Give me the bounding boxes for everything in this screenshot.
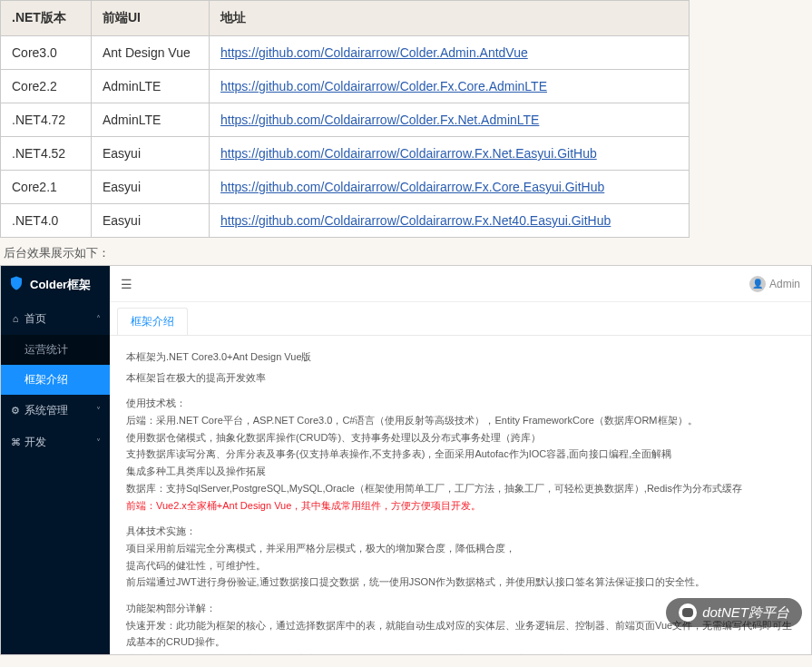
sidebar-item-home[interactable]: ⌂首页 ˄: [1, 303, 110, 335]
sidebar-item-label: 系统管理: [24, 404, 68, 417]
tabbar: 框架介绍: [110, 302, 811, 336]
doc-line-highlight: 前端：Vue2.x全家桶+Ant Design Vue，其中集成常用组件，方便方…: [126, 497, 795, 515]
brand[interactable]: Colder框架: [1, 266, 110, 303]
cell-version: .NET4.0: [1, 204, 92, 238]
repo-link[interactable]: https://github.com/Coldairarrow/Coldaira…: [220, 180, 604, 194]
caption-below-table: 后台效果展示如下：: [4, 245, 812, 261]
sidebar-item-label: 开发: [24, 436, 46, 448]
sidebar-item-system[interactable]: ⚙系统管理 ˅: [1, 395, 110, 427]
brand-text: Colder框架: [30, 277, 91, 293]
repo-link[interactable]: https://github.com/Coldairarrow/Colder.F…: [220, 79, 547, 93]
table-row: Core2.2AdminLTEhttps://github.com/Coldai…: [1, 70, 690, 103]
cell-ui: Easyui: [92, 137, 210, 171]
table-header-row: .NET版本 前端UI 地址: [1, 1, 690, 36]
cell-version: Core2.1: [1, 171, 92, 204]
cell-ui: Easyui: [92, 171, 210, 204]
sidebar-sub-stats[interactable]: 运营统计: [1, 335, 110, 365]
tab-intro[interactable]: 框架介绍: [117, 308, 188, 335]
cell-version: .NET4.72: [1, 103, 92, 137]
chevron-down-icon: ˅: [96, 406, 101, 416]
cell-ui: Easyui: [92, 204, 210, 238]
menu-collapse-icon[interactable]: ☰: [121, 277, 132, 291]
table-row: .NET4.52Easyuihttps://github.com/Coldair…: [1, 137, 690, 171]
repo-link[interactable]: https://github.com/Coldairarrow/Colder.F…: [220, 113, 539, 127]
home-icon: ⌂: [10, 313, 21, 324]
framework-table: .NET版本 前端UI 地址 Core3.0Ant Design Vuehttp…: [0, 0, 690, 238]
doc-heading: 使用技术栈：: [126, 395, 795, 412]
code-icon: ⌘: [10, 436, 21, 448]
wechat-icon: [679, 603, 697, 622]
main-area: ☰ 👤 Admin 框架介绍 本框架为.NET Core3.0+Ant Desi…: [110, 266, 811, 654]
watermark-text: dotNET跨平台: [702, 604, 789, 622]
doc-line: 使用数据仓储模式，抽象化数据库操作(CRUD等)、支持事务处理以及分布式事务处理…: [126, 429, 795, 446]
cell-url: https://github.com/Coldairarrow/Colder.F…: [210, 70, 690, 103]
cell-ui: AdminLTE: [92, 70, 210, 103]
cell-ui: Ant Design Vue: [92, 36, 210, 70]
doc-line: 接口密钥管理：管理接口的密钥，若开启接口签名的规则，则前端需要通过接口签名才能访…: [126, 651, 795, 654]
cell-url: https://github.com/Coldairarrow/Coldaira…: [210, 171, 690, 204]
repo-link[interactable]: https://github.com/Coldairarrow/Colder.A…: [220, 45, 528, 60]
sidebar-item-label: 首页: [24, 312, 46, 325]
topbar: ☰ 👤 Admin: [110, 266, 811, 302]
cell-url: https://github.com/Coldairarrow/Colder.F…: [210, 103, 690, 137]
watermark: dotNET跨平台: [666, 598, 802, 627]
table-row: .NET4.72AdminLTEhttps://github.com/Colda…: [1, 103, 690, 137]
gear-icon: ⚙: [10, 405, 21, 417]
doc-line: 本框架旨在极大的提高开发效率: [126, 369, 795, 387]
cell-url: https://github.com/Coldairarrow/Coldaira…: [210, 137, 690, 171]
doc-line: 项目采用前后端完全分离模式，并采用严格分层模式，极大的增加聚合度，降低耦合度，: [126, 540, 795, 557]
table-row: Core3.0Ant Design Vuehttps://github.com/…: [1, 36, 690, 70]
doc-line: 支持数据库读写分离、分库分表及事务(仅支持单表操作,不支持多表)，全面采用Aut…: [126, 446, 795, 463]
th-url: 地址: [210, 1, 690, 36]
doc-line: 后端：采用.NET Core平台，ASP.NET Core3.0，C#语言（使用…: [126, 412, 795, 429]
doc-line: 数据库：支持SqlServer,PostgreSQL,MySQL,Oracle（…: [126, 480, 795, 497]
table-row: .NET4.0Easyuihttps://github.com/Coldaira…: [1, 204, 690, 238]
cell-ui: AdminLTE: [92, 103, 210, 137]
table-row: Core2.1Easyuihttps://github.com/Coldaira…: [1, 171, 690, 204]
user-chip[interactable]: 👤 Admin: [749, 276, 800, 292]
repo-link[interactable]: https://github.com/Coldairarrow/Coldaira…: [220, 213, 611, 228]
doc-heading: 具体技术实施：: [126, 523, 795, 540]
doc-line: 本框架为.NET Core3.0+Ant Design Vue版: [126, 348, 795, 366]
cell-version: Core2.2: [1, 70, 92, 103]
shield-icon: [8, 275, 24, 294]
repo-link[interactable]: https://github.com/Coldairarrow/Coldaira…: [220, 146, 597, 161]
cell-version: Core3.0: [1, 36, 92, 70]
doc-line: 前后端通过JWT进行身份验证,通过数据接口提交数据，统一使用JSON作为数据格式…: [126, 574, 795, 591]
chevron-down-icon: ˅: [96, 437, 101, 447]
cell-version: .NET4.52: [1, 137, 92, 171]
doc-line: 集成多种工具类库以及操作拓展: [126, 463, 795, 480]
admin-screenshot: Colder框架 ⌂首页 ˄ 运营统计 框架介绍 ⚙系统管理 ˅ ⌘开发 ˅ ☰…: [0, 265, 812, 655]
sidebar-sub-intro[interactable]: 框架介绍: [1, 365, 110, 395]
cell-url: https://github.com/Coldairarrow/Coldaira…: [210, 204, 690, 238]
sidebar: Colder框架 ⌂首页 ˄ 运营统计 框架介绍 ⚙系统管理 ˅ ⌘开发 ˅: [1, 266, 110, 654]
th-ui: 前端UI: [92, 1, 210, 36]
sidebar-item-dev[interactable]: ⌘开发 ˅: [1, 427, 110, 458]
cell-url: https://github.com/Coldairarrow/Colder.A…: [210, 36, 690, 70]
doc-line: 提高代码的健壮性，可维护性。: [126, 557, 795, 574]
avatar-icon: 👤: [749, 276, 766, 292]
chevron-up-icon: ˄: [96, 314, 101, 324]
username: Admin: [769, 278, 800, 290]
th-version: .NET版本: [1, 1, 92, 36]
